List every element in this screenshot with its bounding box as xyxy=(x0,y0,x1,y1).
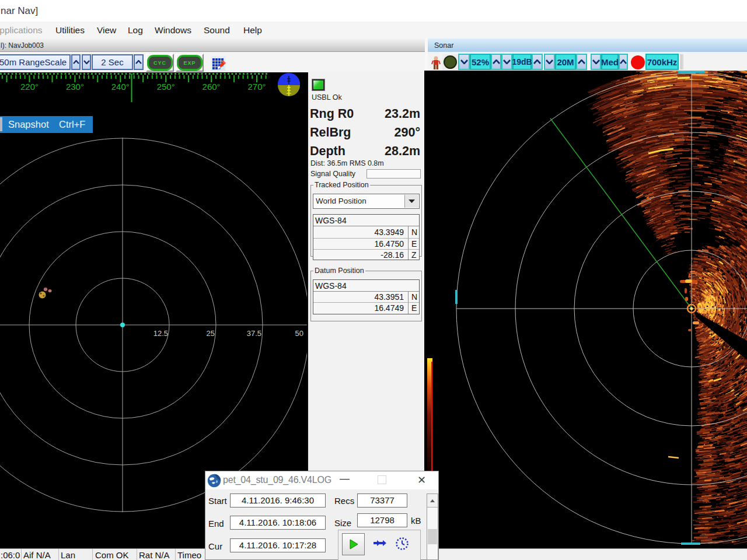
svg-text:230°: 230° xyxy=(66,82,84,92)
svg-text:240°: 240° xyxy=(111,82,130,92)
svg-text:250°: 250° xyxy=(157,82,175,92)
svg-text:37.5: 37.5 xyxy=(247,329,261,338)
svg-text:220°: 220° xyxy=(20,82,39,92)
svg-text:260°: 260° xyxy=(203,82,221,92)
svg-text:12.5: 12.5 xyxy=(153,329,168,338)
svg-text:50: 50 xyxy=(295,329,303,338)
svg-text:25: 25 xyxy=(207,329,215,338)
svg-text:270°: 270° xyxy=(247,82,266,92)
